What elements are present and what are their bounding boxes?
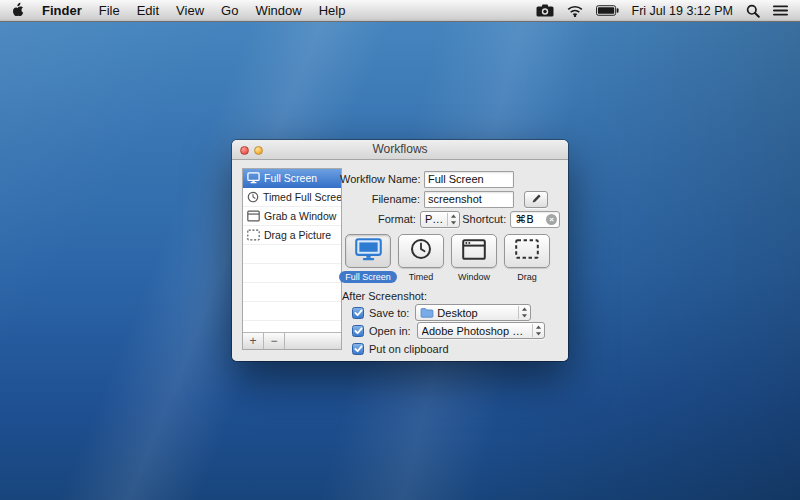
workflows-window: Workflows Full Screen bbox=[232, 140, 568, 361]
folder-icon bbox=[420, 307, 434, 318]
notification-center-icon[interactable] bbox=[773, 5, 788, 16]
clipboard-label: Put on clipboard bbox=[369, 343, 449, 355]
apple-menu[interactable] bbox=[12, 2, 24, 20]
clock-icon bbox=[247, 191, 259, 203]
filename-input[interactable] bbox=[424, 191, 514, 208]
desktop[interactable]: Finder File Edit View Go Window Help bbox=[0, 0, 800, 500]
filename-label: Filename: bbox=[340, 193, 420, 205]
clipboard-checkbox[interactable] bbox=[352, 343, 364, 355]
workflow-list-rows: Full Screen Timed Full Screen bbox=[243, 169, 341, 332]
save-to-label: Save to: bbox=[369, 307, 409, 319]
dashed-selection-icon bbox=[515, 239, 539, 263]
popup-arrows-icon bbox=[518, 306, 528, 319]
open-in-checkbox[interactable] bbox=[352, 325, 364, 337]
list-item-label: Drag a Picture bbox=[264, 229, 331, 241]
monitor-icon bbox=[355, 238, 382, 265]
list-item-label: Timed Full Screen bbox=[263, 191, 341, 203]
list-item-empty bbox=[243, 245, 341, 264]
dashed-selection-icon bbox=[247, 229, 260, 241]
capture-mode-group: Full Screen Timed bbox=[344, 234, 551, 283]
list-item-label: Full Screen bbox=[264, 172, 317, 184]
pencil-icon bbox=[531, 190, 542, 208]
open-in-value: Adobe Photoshop CS5 bbox=[422, 325, 529, 337]
format-label: Format: bbox=[340, 213, 416, 225]
window-icon bbox=[247, 210, 260, 222]
list-item-empty bbox=[243, 321, 341, 332]
monitor-icon bbox=[247, 172, 260, 184]
mode-timed-button[interactable] bbox=[398, 234, 444, 268]
mode-label: Window bbox=[458, 271, 490, 283]
save-to-popup[interactable]: Desktop bbox=[415, 304, 531, 321]
list-footer: + − bbox=[243, 332, 341, 349]
window-titlebar[interactable]: Workflows bbox=[232, 140, 568, 160]
list-item-full-screen[interactable]: Full Screen bbox=[243, 169, 341, 188]
popup-arrows-icon bbox=[447, 213, 457, 226]
workflow-detail-panel: Workflow Name: Filename: bbox=[340, 168, 560, 364]
add-workflow-button[interactable]: + bbox=[243, 333, 264, 349]
list-item-empty bbox=[243, 264, 341, 283]
camera-icon[interactable] bbox=[536, 4, 554, 17]
menu-help[interactable]: Help bbox=[319, 3, 346, 18]
wifi-icon[interactable] bbox=[567, 5, 583, 17]
window-icon bbox=[462, 239, 486, 264]
mode-label: Full Screen bbox=[339, 271, 397, 283]
clear-shortcut-icon[interactable]: × bbox=[546, 214, 557, 225]
workflow-name-input[interactable] bbox=[424, 171, 514, 188]
save-to-checkbox[interactable] bbox=[352, 307, 364, 319]
apple-logo-icon bbox=[12, 2, 24, 20]
workflow-name-label: Workflow Name: bbox=[340, 173, 420, 185]
mode-window[interactable]: Window bbox=[450, 234, 498, 283]
list-item-label: Grab a Window bbox=[264, 210, 336, 222]
shortcut-label: Shortcut: bbox=[462, 213, 506, 225]
list-item-empty bbox=[243, 302, 341, 321]
mode-label: Drag bbox=[517, 271, 537, 283]
menu-bar: Finder File Edit View Go Window Help bbox=[0, 0, 800, 22]
menu-window[interactable]: Window bbox=[255, 3, 301, 18]
format-value: PNG bbox=[425, 213, 444, 225]
menu-file[interactable]: File bbox=[99, 3, 120, 18]
menu-edit[interactable]: Edit bbox=[137, 3, 159, 18]
battery-icon[interactable] bbox=[596, 5, 619, 16]
menu-go[interactable]: Go bbox=[221, 3, 238, 18]
shortcut-value: ⌘B bbox=[515, 213, 546, 226]
open-in-label: Open in: bbox=[369, 325, 411, 337]
minimize-button[interactable] bbox=[254, 146, 263, 155]
mode-timed[interactable]: Timed bbox=[397, 234, 445, 283]
workflow-list: Full Screen Timed Full Screen bbox=[242, 168, 342, 350]
mode-drag-button[interactable] bbox=[504, 234, 550, 268]
list-item-grab-a-window[interactable]: Grab a Window bbox=[243, 207, 341, 226]
remove-workflow-button[interactable]: − bbox=[264, 333, 285, 349]
clock-icon bbox=[410, 238, 432, 264]
mode-drag[interactable]: Drag bbox=[503, 234, 551, 283]
mode-full-screen-button[interactable] bbox=[345, 234, 391, 268]
menu-clock[interactable]: Fri Jul 19 3:12 PM bbox=[632, 4, 733, 18]
mode-label: Timed bbox=[409, 271, 434, 283]
filename-token-button[interactable] bbox=[524, 191, 548, 208]
format-popup[interactable]: PNG bbox=[420, 211, 460, 228]
window-body: Full Screen Timed Full Screen bbox=[232, 160, 568, 361]
save-to-value: Desktop bbox=[437, 307, 515, 319]
menu-view[interactable]: View bbox=[176, 3, 204, 18]
close-button[interactable] bbox=[240, 146, 249, 155]
open-in-popup[interactable]: Adobe Photoshop CS5 bbox=[417, 322, 545, 339]
popup-arrows-icon bbox=[532, 324, 542, 337]
menu-finder[interactable]: Finder bbox=[42, 3, 82, 18]
after-screenshot-heading: After Screenshot: bbox=[342, 290, 427, 302]
list-item-timed-full-screen[interactable]: Timed Full Screen bbox=[243, 188, 341, 207]
mode-full-screen[interactable]: Full Screen bbox=[344, 234, 392, 283]
spotlight-icon[interactable] bbox=[746, 4, 760, 18]
list-item-drag-a-picture[interactable]: Drag a Picture bbox=[243, 226, 341, 245]
mode-window-button[interactable] bbox=[451, 234, 497, 268]
shortcut-field[interactable]: ⌘B × bbox=[510, 211, 560, 228]
list-item-empty bbox=[243, 283, 341, 302]
window-title: Workflows bbox=[372, 142, 427, 156]
